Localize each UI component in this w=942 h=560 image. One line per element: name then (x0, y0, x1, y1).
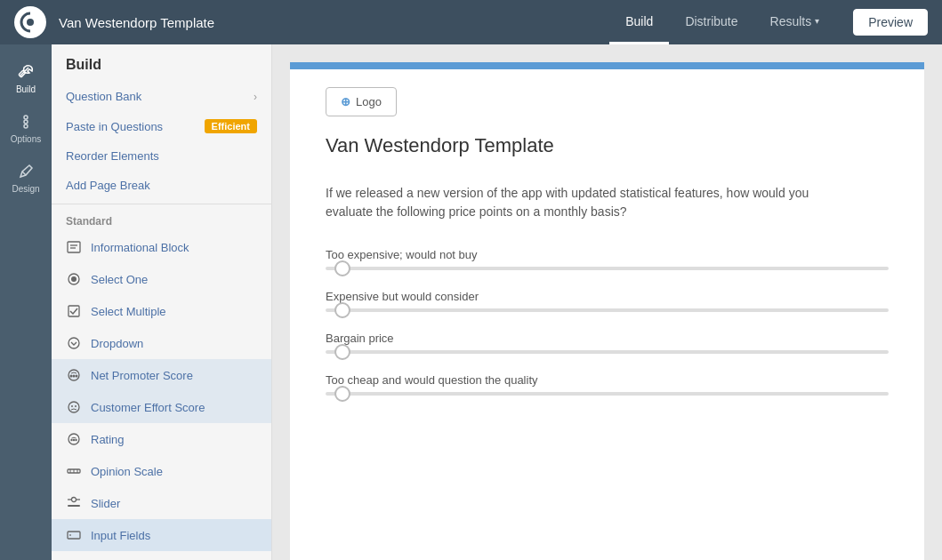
input-fields-icon (66, 527, 82, 543)
sidebar-item-opinion-scale[interactable]: Opinion Scale (52, 455, 271, 487)
slider-bargain-thumb[interactable] (334, 344, 350, 360)
sidebar-question-bank-label: Question Bank (66, 90, 141, 103)
icon-bar: Build Options Design (0, 44, 52, 560)
app-title: Van Westendorp Template (59, 15, 609, 30)
slider-bargain: Bargain price (326, 332, 889, 354)
sidebar-paste-label: Paste in Questions (66, 120, 163, 133)
sidebar-page-break-label: Add Page Break (66, 179, 150, 192)
svg-point-21 (70, 439, 72, 441)
tab-distribute[interactable]: Distribute (669, 0, 753, 44)
slider-bargain-track[interactable] (326, 350, 889, 354)
dropdown-label: Dropdown (91, 337, 143, 350)
preview-button[interactable]: Preview (853, 9, 928, 36)
sidebar-item-input-fields[interactable]: Input Fields (52, 519, 271, 551)
efficient-badge: Efficient (205, 119, 257, 133)
design-icon (16, 162, 36, 181)
tab-build[interactable]: Build (609, 0, 669, 44)
svg-point-19 (75, 405, 76, 407)
sidebar-item-customer-effort-score[interactable]: Customer Effort Score (52, 391, 271, 423)
input-fields-label: Input Fields (91, 529, 150, 542)
iconbar-build[interactable]: Build (0, 53, 52, 103)
select-one-icon (66, 271, 82, 287)
svg-rect-28 (68, 505, 80, 507)
wrench-icon (16, 62, 36, 82)
survey-top-bar (290, 62, 924, 69)
svg-point-18 (71, 405, 73, 407)
sidebar-item-paste-questions[interactable]: Paste in Questions Efficient (52, 111, 271, 141)
svg-point-12 (68, 338, 79, 348)
slider-too-cheap-label: Too cheap and would question the quality (326, 373, 889, 387)
svg-point-17 (68, 402, 79, 412)
opinion-scale-icon (66, 463, 82, 479)
sidebar-reorder-label: Reorder Elements (66, 149, 159, 163)
slider-too-cheap-thumb[interactable] (334, 386, 350, 402)
slider-too-expensive-track[interactable] (326, 267, 889, 270)
rating-label: Rating (91, 433, 125, 446)
slider-label: Slider (91, 497, 120, 510)
informational-block-label: Informational Block (91, 241, 189, 254)
slider-too-expensive-thumb[interactable] (334, 260, 350, 276)
survey-question-text: If we released a new version of the app … (326, 186, 809, 219)
sidebar-section-standard: Standard (52, 208, 271, 231)
options-icon (16, 112, 36, 132)
ces-icon (66, 399, 82, 415)
logo-button-label: Logo (356, 95, 382, 108)
survey-body: ⊕ Logo Van Westendorp Template If we rel… (290, 69, 924, 442)
survey-question: If we released a new version of the app … (326, 184, 841, 221)
svg-rect-31 (68, 532, 80, 539)
nav-tabs: Build Distribute Results ▾ (609, 0, 835, 44)
survey-container: ⊕ Logo Van Westendorp Template If we rel… (290, 62, 924, 560)
slider-too-cheap-track[interactable] (326, 392, 889, 396)
select-one-label: Select One (91, 273, 148, 286)
sidebar: Build Question Bank › Paste in Questions… (52, 44, 272, 560)
svg-point-4 (24, 120, 28, 124)
informational-block-icon (66, 239, 82, 255)
sidebar-item-informational-block[interactable]: Informational Block (52, 231, 271, 263)
sidebar-divider (52, 204, 271, 204)
slider-too-cheap: Too cheap and would question the quality (326, 373, 889, 396)
iconbar-design-label: Design (12, 184, 39, 194)
svg-point-15 (73, 375, 76, 378)
iconbar-options[interactable]: Options (0, 103, 52, 153)
sidebar-item-slider[interactable]: Slider (52, 487, 271, 519)
svg-point-23 (75, 439, 76, 441)
sidebar-item-rating[interactable]: Rating (52, 423, 271, 455)
sidebar-header: Build (52, 44, 271, 82)
rating-icon (66, 431, 82, 447)
sidebar-item-select-multiple[interactable]: Select Multiple (52, 295, 271, 327)
sidebar-item-question-bank[interactable]: Question Bank › (52, 82, 271, 111)
top-navigation: Van Westendorp Template Build Distribute… (0, 0, 942, 44)
slider-too-expensive: Too expensive; would not buy (326, 248, 889, 270)
svg-point-22 (73, 439, 75, 441)
content-area: ⊕ Logo Van Westendorp Template If we rel… (272, 44, 942, 560)
svg-rect-11 (68, 306, 79, 316)
svg-point-16 (76, 375, 78, 378)
sidebar-item-select-one[interactable]: Select One (52, 263, 271, 295)
svg-point-10 (71, 276, 76, 282)
slider-expensive-consider-thumb[interactable] (334, 302, 350, 318)
sidebar-item-page-break[interactable]: Add Page Break (52, 171, 271, 200)
logo-button[interactable]: ⊕ Logo (326, 87, 397, 116)
svg-point-1 (27, 19, 34, 26)
slider-bargain-label: Bargain price (326, 332, 889, 345)
sidebar-item-dropdown[interactable]: Dropdown (52, 327, 271, 359)
slider-expensive-consider-label: Expensive but would consider (326, 290, 889, 303)
sidebar-item-reorder[interactable]: Reorder Elements (52, 141, 271, 171)
main-layout: Build Options Design Build (0, 44, 942, 560)
tab-results[interactable]: Results ▾ (754, 0, 836, 44)
select-multiple-label: Select Multiple (91, 305, 166, 318)
sidebar-item-net-promoter-score[interactable]: Net Promoter Score (52, 359, 271, 391)
svg-point-14 (70, 375, 73, 378)
survey-title: Van Westendorp Template (326, 134, 889, 157)
slider-too-expensive-label: Too expensive; would not buy (326, 248, 889, 261)
ces-label: Customer Effort Score (91, 401, 205, 414)
iconbar-design[interactable]: Design (0, 153, 52, 203)
svg-point-30 (72, 498, 76, 502)
slider-expensive-consider-track[interactable] (326, 308, 889, 312)
results-dropdown-arrow: ▾ (815, 16, 819, 26)
select-multiple-icon (66, 303, 82, 319)
opinion-scale-label: Opinion Scale (91, 465, 163, 478)
slider-icon (66, 495, 82, 511)
svg-point-5 (24, 124, 28, 128)
logo-plus-icon: ⊕ (341, 95, 350, 108)
